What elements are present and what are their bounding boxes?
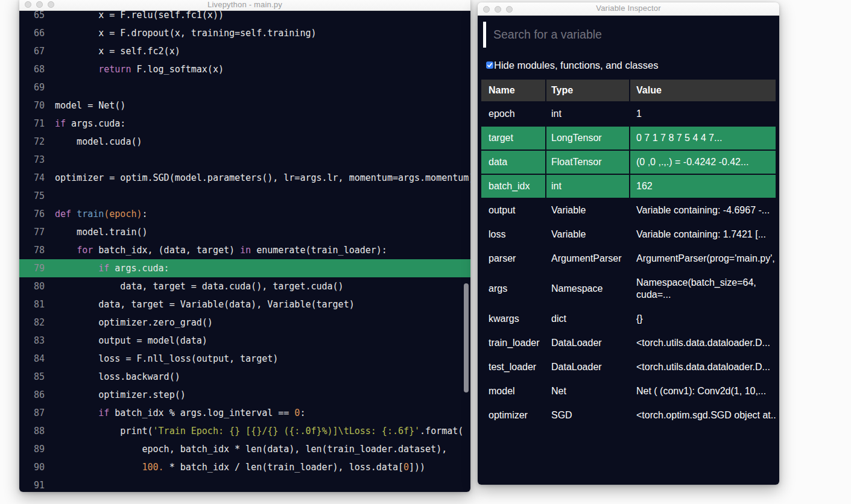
cell-type: int — [546, 175, 629, 198]
variable-row-parser[interactable]: parserArgumentParserArgumentParser(prog=… — [481, 247, 776, 270]
code-text: if batch_idx % args.log_interval == 0: — [55, 404, 305, 422]
code-text: return F.log_softmax(x) — [55, 60, 224, 78]
cell-type: FloatTensor — [546, 151, 629, 174]
code-line-77: 77 model.train() — [19, 223, 470, 241]
code-line-80: 80 data, target = data.cuda(), target.cu… — [19, 277, 470, 295]
cell-value: <torch.utils.data.dataloader.D... — [630, 332, 776, 354]
cell-type: SGD — [546, 404, 629, 427]
cell-name: model — [481, 380, 545, 403]
code-text: optimizer.step() — [55, 386, 186, 404]
cell-type: LongTensor — [546, 127, 629, 150]
cell-type: dict — [546, 307, 629, 330]
editor-titlebar[interactable]: Livepython - main.py — [19, 0, 470, 11]
code-text: optimizer = optim.SGD(model.parameters()… — [55, 169, 470, 187]
code-editor[interactable]: 65 x = F.relu(self.fc1(x))66 x = F.dropo… — [19, 11, 470, 492]
zoom-button[interactable] — [48, 1, 54, 8]
variable-row-data[interactable]: dataFloatTensor(0 ,0 ,.,.) = -0.4242 -0.… — [481, 151, 776, 174]
variable-row-target[interactable]: targetLongTensor0 7 1 7 8 7 5 4 4 7... — [481, 127, 776, 150]
inspector-traffic-lights — [483, 2, 513, 16]
code-text: 100. * batch_idx / len(train_loader), lo… — [55, 458, 425, 476]
code-text: for batch_idx, (data, target) in enumera… — [55, 241, 387, 259]
line-number: 73 — [19, 151, 45, 169]
code-line-79: 79 if args.cuda: — [19, 259, 470, 277]
close-button[interactable] — [25, 1, 31, 8]
line-number: 85 — [19, 368, 45, 386]
cell-name: data — [481, 151, 545, 174]
minimize-button[interactable] — [36, 1, 43, 8]
code-line-76: 76def train(epoch): — [19, 205, 470, 223]
code-text: x = F.relu(self.fc1(x)) — [55, 11, 224, 24]
hide-modules-checkbox[interactable] — [486, 61, 493, 69]
variable-row-batch_idx[interactable]: batch_idxint162 — [481, 175, 776, 198]
editor-window: Livepython - main.py 65 x = F.relu(self.… — [19, 0, 470, 492]
table-header-row: NameTypeValue — [481, 80, 776, 101]
cell-value: 0 7 1 7 8 7 5 4 4 7... — [630, 127, 776, 150]
cell-value: 1 — [630, 102, 776, 125]
line-number: 76 — [19, 205, 45, 223]
cell-type: DataLoader — [546, 356, 629, 379]
zoom-button[interactable] — [506, 6, 513, 13]
editor-traffic-lights — [25, 0, 54, 11]
variable-row-optimizer[interactable]: optimizerSGD<torch.optim.sgd.SGD object … — [481, 404, 776, 427]
editor-window-title: Livepython - main.py — [207, 0, 282, 11]
code-line-83: 83 output = model(data) — [19, 332, 470, 350]
cell-type: ArgumentParser — [546, 247, 629, 270]
editor-scrollbar-thumb[interactable] — [464, 283, 469, 392]
line-number: 82 — [19, 313, 45, 332]
variable-row-test_loader[interactable]: test_loaderDataLoader<torch.utils.data.d… — [481, 356, 776, 379]
hide-modules-row: Hide modules, functions, and classes — [486, 61, 658, 69]
line-number: 81 — [19, 295, 45, 313]
variable-row-args[interactable]: argsNamespaceNamespace(batch_size=64, cu… — [481, 271, 776, 306]
variable-row-output[interactable]: outputVariableVariable containing: -4.69… — [481, 199, 776, 222]
search-input[interactable] — [486, 22, 767, 48]
line-number: 89 — [19, 440, 45, 458]
cell-name: loss — [481, 223, 545, 246]
variable-row-epoch[interactable]: epochint1 — [481, 102, 776, 125]
code-text: loss = F.nll_loss(output, target) — [55, 350, 278, 368]
cell-value: (0 ,0 ,.,.) = -0.4242 -0.42... — [630, 151, 776, 174]
cell-type: Variable — [546, 199, 629, 222]
line-number: 69 — [19, 78, 45, 96]
variable-row-train_loader[interactable]: train_loaderDataLoader<torch.utils.data.… — [481, 332, 776, 354]
inspector-window-title: Variable Inspector — [596, 1, 660, 15]
line-number: 90 — [19, 458, 45, 476]
cell-name: batch_idx — [481, 175, 545, 198]
line-number: 80 — [19, 277, 45, 295]
column-header-value: Value — [630, 80, 776, 101]
line-number: 75 — [19, 187, 45, 205]
code-line-75: 75 — [19, 187, 470, 205]
cell-name: parser — [481, 247, 545, 270]
line-number: 65 — [19, 11, 45, 24]
code-text: model.train() — [55, 223, 148, 241]
cell-value: Net ( (conv1): Conv2d(1, 10,... — [630, 380, 776, 403]
code-line-67: 67 x = self.fc2(x) — [19, 42, 470, 60]
code-text: print('Train Epoch: {} [{}/{} ({:.0f}%)]… — [55, 422, 463, 440]
cell-value: 162 — [630, 175, 776, 198]
minimize-button[interactable] — [495, 6, 501, 13]
close-button[interactable] — [483, 6, 490, 13]
cell-name: epoch — [481, 102, 545, 125]
code-text: data, target = Variable(data), Variable(… — [55, 295, 355, 313]
line-number: 77 — [19, 223, 45, 241]
line-number: 72 — [19, 133, 45, 151]
inspector-content: Hide modules, functions, and classes Nam… — [478, 16, 779, 485]
code-text: x = F.dropout(x, training=self.training) — [55, 24, 316, 42]
line-number: 86 — [19, 386, 45, 404]
code-line-87: 87 if batch_idx % args.log_interval == 0… — [19, 404, 470, 422]
cell-name: test_loader — [481, 356, 545, 379]
variable-row-model[interactable]: modelNetNet ( (conv1): Conv2d(1, 10,... — [481, 380, 776, 403]
variable-row-loss[interactable]: lossVariableVariable containing: 1.7421 … — [481, 223, 776, 246]
line-number: 83 — [19, 332, 45, 350]
code-line-71: 71if args.cuda: — [19, 115, 470, 133]
cell-name: args — [481, 271, 545, 306]
cell-type: DataLoader — [546, 332, 629, 354]
code-line-68: 68 return F.log_softmax(x) — [19, 60, 470, 78]
inspector-titlebar[interactable]: Variable Inspector — [478, 2, 779, 16]
code-line-84: 84 loss = F.nll_loss(output, target) — [19, 350, 470, 368]
variable-row-kwargs[interactable]: kwargsdict{} — [481, 307, 776, 330]
line-number: 88 — [19, 422, 45, 440]
code-text: loss.backward() — [55, 368, 180, 386]
cell-type: Namespace — [546, 271, 629, 306]
code-text: optimizer.zero_grad() — [55, 313, 213, 332]
code-line-66: 66 x = F.dropout(x, training=self.traini… — [19, 24, 470, 42]
